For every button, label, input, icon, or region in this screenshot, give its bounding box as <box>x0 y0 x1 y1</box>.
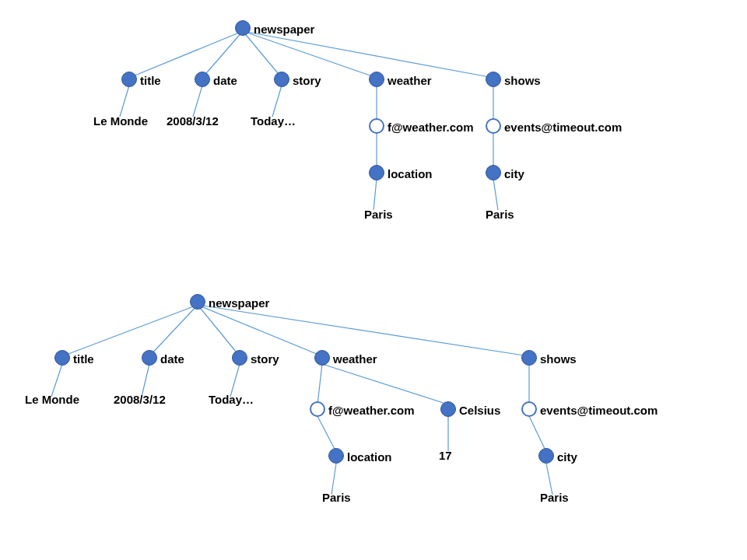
t2-city-node <box>538 448 554 464</box>
svg-line-3 <box>243 31 377 78</box>
svg-line-20 <box>142 364 149 397</box>
t2-shows-fn-label: events@timeout.com <box>540 404 658 416</box>
t2-story-label: story <box>251 353 279 365</box>
svg-line-25 <box>331 464 336 495</box>
svg-line-15 <box>149 305 198 356</box>
svg-line-29 <box>546 464 552 495</box>
t1-city-node <box>486 165 501 180</box>
svg-line-16 <box>198 305 240 356</box>
t1-date-node <box>195 72 210 87</box>
svg-line-23 <box>322 364 448 404</box>
t2-root-label: newspaper <box>209 297 269 309</box>
t2-celsius-node <box>440 401 456 417</box>
t2-weather-fn-node <box>310 401 325 417</box>
t1-weather-fn-label: f@weather.com <box>388 121 474 133</box>
svg-line-24 <box>317 416 336 452</box>
svg-line-13 <box>493 179 498 210</box>
svg-line-6 <box>193 86 202 117</box>
t1-shows-fn-label: events@timeout.com <box>504 121 622 133</box>
svg-line-14 <box>62 305 198 356</box>
t2-date-node <box>142 350 157 366</box>
svg-line-22 <box>317 364 322 404</box>
t2-shows-label: shows <box>540 353 577 365</box>
t2-celsius-value: 17 <box>439 450 452 461</box>
svg-line-17 <box>198 305 322 356</box>
t2-date-value: 2008/3/12 <box>114 394 166 405</box>
t2-location-label: location <box>347 451 392 463</box>
t1-root-node <box>235 20 251 36</box>
t1-location-value: Paris <box>364 208 393 220</box>
t1-location-node <box>369 165 384 180</box>
t1-shows-label: shows <box>504 75 541 86</box>
t2-celsius-label: Celsius <box>459 404 500 416</box>
t2-shows-fn-node <box>521 401 537 417</box>
svg-line-4 <box>243 31 493 78</box>
t1-weather-fn-node <box>369 118 384 134</box>
t1-weather-label: weather <box>388 75 432 86</box>
t2-city-label: city <box>557 451 577 463</box>
svg-line-28 <box>529 416 546 452</box>
svg-line-18 <box>198 305 529 356</box>
t1-story-node <box>274 72 289 87</box>
t2-weather-label: weather <box>333 353 377 365</box>
svg-line-19 <box>51 364 62 397</box>
t1-shows-fn-node <box>486 118 501 134</box>
t2-story-node <box>232 350 247 366</box>
t2-weather-node <box>314 350 330 366</box>
t1-date-value: 2008/3/12 <box>167 115 219 127</box>
t1-location-label: location <box>388 168 433 180</box>
t1-date-label: date <box>213 75 237 86</box>
t2-location-value: Paris <box>322 492 351 503</box>
t1-shows-node <box>486 72 501 87</box>
t1-title-label: title <box>140 75 161 86</box>
svg-line-0 <box>129 31 243 78</box>
svg-line-21 <box>230 364 240 397</box>
t1-root-label: newspaper <box>254 23 314 35</box>
t2-city-value: Paris <box>540 492 569 503</box>
t1-city-value: Paris <box>486 208 514 220</box>
svg-line-1 <box>202 31 243 78</box>
t2-title-label: title <box>73 353 94 365</box>
t2-date-label: date <box>160 353 184 365</box>
t1-story-label: story <box>293 75 321 86</box>
t1-city-label: city <box>504 168 524 180</box>
t2-location-node <box>328 448 344 464</box>
t1-title-node <box>121 72 137 87</box>
t2-shows-node <box>521 350 537 366</box>
t1-story-value: Today… <box>251 115 296 127</box>
t2-weather-fn-label: f@weather.com <box>328 404 415 416</box>
t2-title-value: Le Monde <box>25 394 79 405</box>
svg-line-7 <box>272 86 282 117</box>
svg-line-10 <box>374 179 377 210</box>
t1-title-value: Le Monde <box>93 115 148 127</box>
t1-weather-node <box>369 72 384 87</box>
t2-title-node <box>54 350 70 366</box>
t2-story-value: Today… <box>209 394 254 405</box>
t2-root-node <box>190 294 205 310</box>
svg-line-5 <box>120 86 129 117</box>
